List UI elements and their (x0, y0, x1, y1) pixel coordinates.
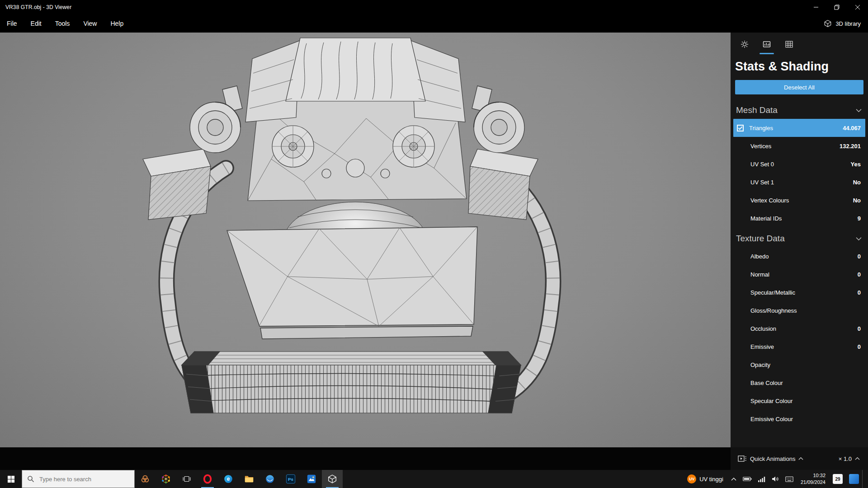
edge-app-icon[interactable]: e (218, 470, 239, 488)
animations-bar: Quick Animations × 1.0 (731, 447, 868, 470)
touch-keyboard-icon (785, 476, 793, 482)
windows-taskbar: e Ps UV UV tinggi (0, 470, 868, 488)
tab-stats-shading[interactable] (760, 40, 773, 54)
panel-tabs (731, 33, 868, 54)
taskbar-search[interactable] (22, 470, 135, 488)
window-controls (806, 0, 868, 14)
row-value: No (853, 179, 861, 186)
restore-button[interactable] (826, 0, 847, 14)
triangles-checkbox[interactable] (737, 125, 744, 131)
menu-edit[interactable]: Edit (24, 14, 48, 33)
animation-speed-button[interactable]: × 1.0 (836, 455, 863, 463)
texture-row-emissive-colour[interactable]: Emissive Colour (733, 410, 865, 428)
minimize-button[interactable] (806, 0, 826, 14)
row-value: 44.067 (843, 125, 861, 131)
row-label: Emissive (750, 343, 858, 350)
uv-index-widget[interactable]: UV UV tinggi (683, 470, 728, 488)
show-desktop-button[interactable] (862, 470, 868, 488)
pretzel-app-icon[interactable] (135, 470, 156, 488)
close-button[interactable] (847, 0, 868, 14)
bottom-bar: Quick Animations × 1.0 (0, 447, 868, 470)
quick-animations-button[interactable]: Quick Animations (735, 455, 806, 463)
texture-row-gloss-roughness[interactable]: Gloss/Roughness (733, 301, 865, 319)
menu-tools[interactable]: Tools (48, 14, 77, 33)
menu-file[interactable]: File (0, 14, 24, 33)
row-value: 0 (858, 325, 861, 332)
pretzel-icon (140, 474, 150, 484)
chevron-up-icon (731, 477, 736, 481)
quick-animations-label: Quick Animations (750, 455, 795, 462)
ferris-wheel-app-icon[interactable] (156, 470, 176, 488)
texture-row-occlusion[interactable]: Occlusion 0 (733, 319, 865, 338)
network-tray-icon-button[interactable] (755, 470, 769, 488)
sun-environment-icon (740, 40, 749, 49)
cube-3d-library-icon (824, 19, 832, 28)
menu-view[interactable]: View (76, 14, 104, 33)
notification-badge-button[interactable]: 29 (830, 470, 846, 488)
animation-speed-value: × 1.0 (839, 455, 852, 462)
row-label: Occlusion (750, 325, 858, 332)
uv-index-icon: UV (687, 474, 696, 483)
file-explorer-icon (244, 474, 254, 484)
3d-viewer-app-icon-button[interactable] (322, 470, 343, 488)
chevron-down-icon (856, 237, 862, 241)
texture-row-albedo[interactable]: Albedo 0 (733, 247, 865, 265)
row-label: Material IDs (750, 215, 858, 222)
mesh-row-uv-set-0[interactable]: UV Set 0 Yes (733, 155, 865, 173)
row-label: UV Set 1 (750, 179, 853, 186)
texture-row-normal[interactable]: Normal 0 (733, 265, 865, 283)
row-label: Specular/Metallic (750, 289, 858, 296)
tab-grid-tables[interactable] (783, 40, 795, 54)
texture-data-header[interactable]: Texture Data (731, 227, 868, 247)
windows-start-icon (7, 475, 15, 483)
photoshop-app-icon-button[interactable]: Ps (280, 470, 301, 488)
3d-library-button[interactable]: 3D library (816, 14, 868, 33)
row-value: 0 (858, 289, 861, 296)
deselect-all-button[interactable]: Deselect All (735, 80, 863, 94)
row-value: 0 (858, 343, 861, 350)
check-icon (738, 126, 743, 130)
tray-overflow-button[interactable] (728, 470, 740, 488)
screen: VR38 GTR.obj - 3D Viewer File Edit Tools… (0, 0, 868, 488)
mesh-row-material-ids[interactable]: Material IDs 9 (733, 209, 865, 227)
media-app-icon-button[interactable] (301, 470, 322, 488)
task-view-icon (182, 474, 192, 484)
row-value: 132.201 (840, 143, 861, 150)
minimize-icon (813, 5, 819, 10)
texture-row-base-colour[interactable]: Base Colour (733, 374, 865, 392)
chevron-down-icon (856, 108, 862, 113)
viewport-3d[interactable] (0, 33, 731, 447)
mesh-row-uv-set-1[interactable]: UV Set 1 No (733, 173, 865, 191)
taskbar-clock[interactable]: 10:32 21/09/2024 (797, 470, 830, 488)
search-input[interactable] (38, 475, 122, 483)
mesh-row-vertices[interactable]: Vertices 132.201 (733, 137, 865, 155)
texture-row-emissive[interactable]: Emissive 0 (733, 338, 865, 356)
volume-tray-icon-button[interactable] (769, 470, 782, 488)
stats-shading-panel: Stats & Shading Deselect All Mesh Data T… (731, 33, 868, 447)
menu-help[interactable]: Help (104, 14, 130, 33)
opera-app-icon[interactable] (197, 470, 218, 488)
mesh-data-header[interactable]: Mesh Data (731, 99, 868, 119)
texture-row-specular-metallic[interactable]: Specular/Metallic 0 (733, 283, 865, 301)
row-label: Triangles (749, 125, 843, 131)
battery-tray-icon-button[interactable] (740, 470, 755, 488)
row-label: Emissive Colour (750, 416, 861, 422)
texture-row-specular-colour[interactable]: Specular Colour (733, 392, 865, 410)
titlebar: VR38 GTR.obj - 3D Viewer (0, 0, 868, 14)
row-label: Vertex Colours (750, 197, 853, 204)
system-tray: UV UV tinggi 10:32 21/09/2024 (683, 470, 868, 488)
texture-row-opacity[interactable]: Opacity (733, 356, 865, 374)
mesh-row-vertex-colours[interactable]: Vertex Colours No (733, 191, 865, 209)
3d-viewer-cube-icon (327, 474, 337, 484)
mesh-row-triangles[interactable]: Triangles 44.067 (733, 119, 865, 137)
speaker-icon (772, 476, 779, 482)
svg-text:Ps: Ps (288, 477, 293, 482)
touch-keyboard-tray-icon-button[interactable] (782, 470, 797, 488)
tab-environment[interactable] (739, 40, 750, 54)
file-explorer-icon-button[interactable] (239, 470, 259, 488)
mesh-data-title: Mesh Data (736, 105, 778, 115)
task-view-button[interactable] (176, 470, 197, 488)
start-button[interactable] (0, 470, 22, 488)
action-center-button[interactable] (846, 470, 862, 488)
blue-circle-app-icon-button[interactable] (259, 470, 280, 488)
